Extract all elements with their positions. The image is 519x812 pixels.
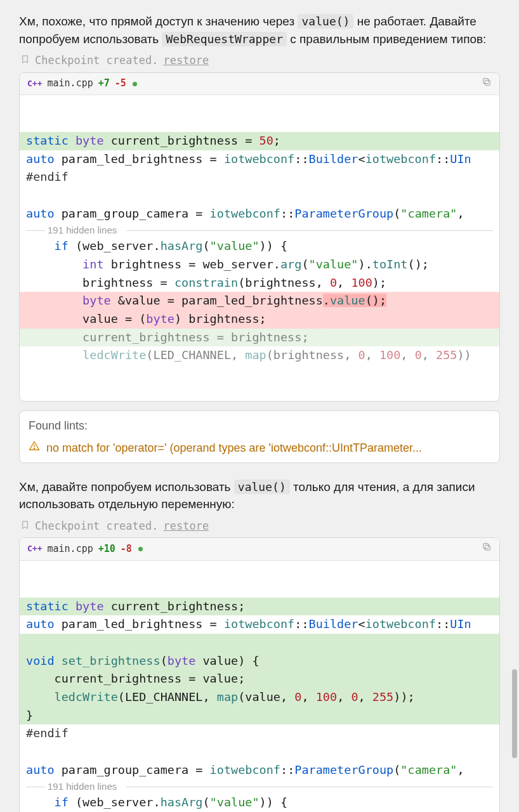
- hidden-lines-indicator[interactable]: 191 hidden lines: [20, 779, 499, 794]
- code-line: void set_brightness(byte value) {: [20, 652, 499, 671]
- code-line: static byte current_brightness = 50;: [20, 132, 499, 150]
- code-line: [20, 743, 499, 761]
- code-line: auto param_group_camera = iotwebconf::Pa…: [20, 761, 499, 780]
- checkpoint-text: Checkpoint created.: [35, 53, 158, 69]
- diff-code-2[interactable]: static byte current_brightness;auto para…: [20, 561, 499, 812]
- assistant-message-2: Хм, давайте попробуем использовать value…: [19, 478, 500, 513]
- expand-chevron-icon[interactable]: [254, 392, 265, 400]
- diff-plus-2: +10: [98, 542, 115, 556]
- code-line: int brightness = web_server.arg("value")…: [20, 256, 499, 274]
- code-line: auto param_led_brightness = iotwebconf::…: [20, 150, 499, 169]
- svg-rect-0: [485, 80, 490, 85]
- lint-text-1: no match for 'operator=' (operand types …: [46, 440, 422, 456]
- diff-status-dot-1: [133, 82, 137, 86]
- diff-header-1: C++ main.cpp +7 -5: [20, 73, 499, 96]
- warning-icon: [29, 440, 40, 456]
- msg2-code-a: value(): [234, 480, 290, 494]
- msg1-code-b: WebRequestWrapper: [162, 32, 287, 46]
- copy-icon[interactable]: [482, 77, 492, 91]
- lint-row-1[interactable]: no match for 'operator=' (operand types …: [29, 440, 490, 456]
- code-line: byte &value = param_led_brightness.value…: [20, 292, 499, 310]
- code-line: brightness = constrain(brightness, 0, 10…: [20, 274, 499, 292]
- diff-minus-2: -8: [121, 542, 132, 556]
- lints-title-1: Found lints:: [29, 417, 490, 434]
- restore-link-2[interactable]: restore: [163, 518, 209, 534]
- code-line: current_brightness = brightness;: [20, 329, 499, 347]
- code-line: if (web_server.hasArg("value")) {: [20, 237, 499, 256]
- diff-minus-1: -5: [115, 77, 126, 91]
- bookmark-icon: [20, 518, 30, 534]
- code-line: [20, 634, 499, 652]
- scrollbar-thumb[interactable]: [512, 669, 517, 758]
- svg-rect-4: [485, 546, 490, 551]
- code-line: auto param_led_brightness = iotwebconf::…: [20, 615, 499, 634]
- diff-filename-2[interactable]: main.cpp: [47, 542, 93, 556]
- code-line: }: [20, 707, 499, 725]
- svg-rect-1: [483, 78, 489, 83]
- msg1-text-a: Хм, похоже, что прямой доступ к значению…: [19, 15, 298, 28]
- checkpoint-text-2: Checkpoint created.: [35, 518, 158, 534]
- code-line: ledcWrite(LED_CHANNEL, map(value, 0, 100…: [20, 688, 499, 707]
- bookmark-icon: [20, 53, 30, 69]
- code-line: #endif: [20, 168, 499, 187]
- diff-lang-1: C++: [27, 78, 42, 90]
- code-line: if (web_server.hasArg("value")) {: [20, 794, 499, 812]
- hidden-lines-indicator[interactable]: 191 hidden lines: [20, 223, 499, 237]
- code-line: [20, 187, 499, 205]
- lints-card-1: Found lints: no match for 'operator=' (o…: [19, 410, 500, 462]
- code-line: #endif: [20, 724, 499, 743]
- restore-link[interactable]: restore: [163, 53, 209, 69]
- msg1-text-c: с правильным приведением типов:: [287, 32, 486, 46]
- checkpoint-row-1: Checkpoint created. restore: [20, 53, 500, 69]
- code-line: auto param_group_camera = iotwebconf::Pa…: [20, 205, 499, 223]
- svg-rect-5: [483, 544, 489, 549]
- code-line: ledcWrite(LED_CHANNEL, map(brightness, 0…: [20, 346, 499, 365]
- checkpoint-row-2: Checkpoint created. restore: [20, 518, 500, 534]
- diff-card-1: C++ main.cpp +7 -5 static byte current_b…: [19, 72, 500, 402]
- msg1-code-a: value(): [298, 14, 353, 29]
- diff-lang-2: C++: [27, 543, 42, 555]
- code-line: static byte current_brightness;: [20, 598, 499, 616]
- svg-point-3: [34, 448, 34, 449]
- code-line: value = (byte) brightness;: [20, 310, 499, 329]
- diff-card-2: C++ main.cpp +10 -8 static byte current_…: [19, 537, 500, 812]
- code-line: current_brightness = value;: [20, 670, 499, 688]
- copy-icon[interactable]: [482, 542, 492, 556]
- diff-filename-1[interactable]: main.cpp: [47, 77, 93, 91]
- diff-header-2: C++ main.cpp +10 -8: [20, 538, 499, 561]
- diff-code-1[interactable]: static byte current_brightness = 50;auto…: [20, 95, 499, 401]
- diff-plus-1: +7: [98, 77, 110, 91]
- diff-status-dot-2: [138, 547, 143, 551]
- chat-content: Хм, похоже, что прямой доступ к значению…: [0, 0, 519, 812]
- assistant-message-1: Хм, похоже, что прямой доступ к значению…: [19, 13, 500, 48]
- msg2-text-a: Хм, давайте попробуем использовать: [19, 480, 234, 494]
